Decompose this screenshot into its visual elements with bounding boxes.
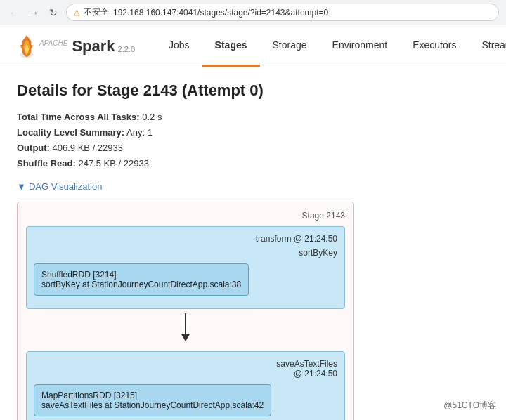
dag-section: ▼ DAG Visualization Stage 2143 transform… (17, 181, 489, 420)
browser-bar: ← → ↻ △ 不安全 192.168.160.147:4041/stages/… (0, 0, 506, 25)
dag-transform-box: transform @ 21:24:50 sortByKey ShuffledR… (26, 226, 345, 309)
dag-transform-label: transform @ 21:24:50 (34, 234, 337, 244)
nav-environment[interactable]: Environment (320, 25, 401, 67)
dag-stage-label: Stage 2143 (26, 211, 345, 221)
dag-toggle-button[interactable]: ▼ DAG Visualization (17, 181, 102, 192)
output-value: 406.9 KB / 22933 (53, 143, 123, 153)
version-text: 2.2.0 (118, 45, 135, 53)
spark-header: APACHE Spark 2.2.0 Jobs Stages Storage E… (0, 25, 506, 67)
triangle-icon: ▼ (17, 181, 26, 192)
locality-label: Locality Level Summary: (17, 127, 124, 138)
output-label: Output: (17, 143, 50, 153)
dag-saveas-label: saveAsTextFiles @ 21:24:50 (34, 359, 337, 379)
nav-jobs[interactable]: Jobs (156, 25, 202, 67)
total-time-label: Total Time Across All Tasks: (17, 112, 140, 122)
shuffled-rdd-line1: ShuffledRDD [3214] (41, 270, 241, 280)
output-row: Output: 406.9 KB / 22933 (17, 140, 489, 156)
url-text: 192.168.160.147:4041/stages/stage/?id=21… (113, 8, 328, 18)
dag-saveas-box: saveAsTextFiles @ 21:24:50 MapPartitions… (26, 351, 345, 420)
dag-sortbykey-label: sortByKey (34, 248, 337, 258)
security-warning-icon: △ (74, 8, 79, 17)
shuffle-row: Shuffle Read: 247.5 KB / 22933 (17, 156, 489, 171)
dag-arrow (26, 309, 345, 346)
spark-logo: APACHE Spark 2.2.0 (14, 34, 135, 59)
spark-flame-icon (14, 34, 39, 59)
main-content: Details for Stage 2143 (Attempt 0) Total… (0, 67, 506, 420)
forward-button[interactable]: → (27, 6, 41, 20)
total-time-value: 0.2 s (142, 112, 162, 122)
address-bar[interactable]: △ 不安全 192.168.160.147:4041/stages/stage/… (66, 4, 499, 21)
refresh-button[interactable]: ↻ (46, 6, 60, 20)
dag-arrow-shape (181, 313, 190, 341)
nav-executors[interactable]: Executors (400, 25, 469, 67)
stats-section: Total Time Across All Tasks: 0.2 s Local… (17, 110, 489, 171)
security-warning-text: 不安全 (84, 6, 109, 18)
spark-nav: Jobs Stages Storage Environment Executor… (156, 25, 506, 67)
shuffle-value: 247.5 KB / 22933 (78, 158, 148, 169)
shuffle-label: Shuffle Read: (17, 158, 76, 169)
page-title: Details for Stage 2143 (Attempt 0) (17, 81, 489, 100)
watermark: @51CTO博客 (441, 398, 499, 413)
dag-shuffled-rdd-box: ShuffledRDD [3214] sortByKey at StationJ… (34, 263, 249, 296)
map-rdd-line2: saveAsTextFiles at StationJourneyCountDi… (41, 400, 264, 410)
nav-storage[interactable]: Storage (260, 25, 320, 67)
dag-toggle-label: DAG Visualization (29, 181, 103, 192)
total-time-row: Total Time Across All Tasks: 0.2 s (17, 110, 489, 125)
shuffled-rdd-line2: sortByKey at StationJourneyCountDirectAp… (41, 280, 241, 289)
logo-text: Spark (72, 37, 115, 55)
arrow-line (185, 313, 186, 334)
locality-value: Any: 1 (126, 127, 153, 138)
locality-row: Locality Level Summary: Any: 1 (17, 125, 489, 140)
nav-stages[interactable]: Stages (202, 25, 260, 67)
nav-streaming[interactable]: Streaming (469, 25, 506, 67)
dag-map-rdd-box: MapPartitionsRDD [3215] saveAsTextFiles … (34, 384, 271, 416)
arrow-head (181, 334, 190, 341)
map-rdd-line1: MapPartitionsRDD [3215] (41, 391, 264, 400)
back-button[interactable]: ← (7, 6, 21, 20)
dag-container: Stage 2143 transform @ 21:24:50 sortByKe… (17, 202, 354, 420)
